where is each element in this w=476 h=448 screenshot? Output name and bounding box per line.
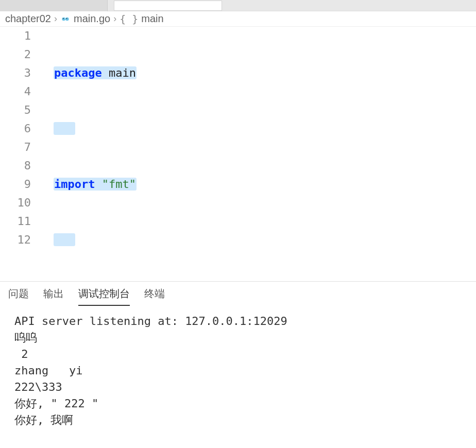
tab-problems[interactable]: 问题 bbox=[8, 287, 29, 306]
line-number: 4 bbox=[0, 82, 31, 101]
breadcrumb-label: main.go bbox=[74, 13, 110, 25]
code-line[interactable] bbox=[54, 119, 476, 138]
console-line: 2 bbox=[14, 348, 28, 360]
code-line[interactable]: import "fmt" bbox=[54, 175, 476, 194]
breadcrumb: chapter02 › main.go › { } main bbox=[0, 11, 476, 27]
breadcrumb-label: chapter02 bbox=[5, 13, 51, 25]
breadcrumb-item-file[interactable]: main.go bbox=[60, 13, 110, 25]
go-file-icon bbox=[60, 14, 71, 24]
line-number: 12 bbox=[0, 231, 31, 249]
line-number: 7 bbox=[0, 138, 31, 157]
tab-terminal[interactable]: 终端 bbox=[144, 287, 165, 306]
line-number: 6 bbox=[0, 119, 31, 138]
code-editor[interactable]: 1 2 3 4 5 6 7 8 9 10 11 12 package main … bbox=[0, 27, 476, 281]
panel-tabs: 问题 输出 调试控制台 终端 bbox=[0, 282, 476, 306]
line-number: 8 bbox=[0, 157, 31, 175]
chevron-right-icon: › bbox=[53, 13, 58, 24]
code-content[interactable]: package main import "fmt" func main() { … bbox=[49, 27, 476, 281]
toolbar-handle bbox=[0, 0, 108, 11]
code-line[interactable]: package main bbox=[54, 64, 476, 82]
toolbar-input[interactable] bbox=[114, 1, 222, 11]
bottom-panel: 问题 输出 调试控制台 终端 API server listening at: … bbox=[0, 281, 476, 448]
line-number: 3 bbox=[0, 64, 31, 82]
breadcrumb-item-folder[interactable]: chapter02 bbox=[5, 13, 51, 25]
console-line: API server listening at: 127.0.0.1:12029 bbox=[14, 315, 287, 328]
braces-icon: { } bbox=[120, 13, 138, 25]
console-line: 你好, " 222 " bbox=[14, 397, 98, 410]
svg-point-3 bbox=[66, 18, 67, 19]
console-line: 呜呜 bbox=[14, 331, 44, 344]
line-number: 2 bbox=[0, 45, 31, 64]
line-number: 11 bbox=[0, 212, 31, 231]
console-line: zhang yi bbox=[14, 364, 82, 377]
svg-point-0 bbox=[62, 17, 65, 21]
line-number: 1 bbox=[0, 27, 31, 45]
svg-point-2 bbox=[63, 18, 64, 19]
debug-console-output[interactable]: API server listening at: 127.0.0.1:12029… bbox=[0, 306, 476, 448]
breadcrumb-item-symbol[interactable]: { } main bbox=[120, 13, 163, 25]
tab-debug-console[interactable]: 调试控制台 bbox=[78, 287, 130, 306]
top-toolbar bbox=[0, 0, 476, 11]
svg-point-1 bbox=[65, 17, 69, 21]
line-number: 9 bbox=[0, 175, 31, 194]
console-line: 你好, 我啊 bbox=[14, 413, 74, 426]
line-number: 5 bbox=[0, 101, 31, 119]
line-number-gutter: 1 2 3 4 5 6 7 8 9 10 11 12 bbox=[0, 27, 49, 281]
code-line[interactable] bbox=[54, 231, 476, 249]
console-line: 222\333 bbox=[14, 381, 62, 393]
breadcrumb-label: main bbox=[141, 13, 163, 25]
chevron-right-icon: › bbox=[112, 13, 117, 24]
tab-output[interactable]: 输出 bbox=[43, 287, 64, 306]
line-number: 10 bbox=[0, 194, 31, 212]
